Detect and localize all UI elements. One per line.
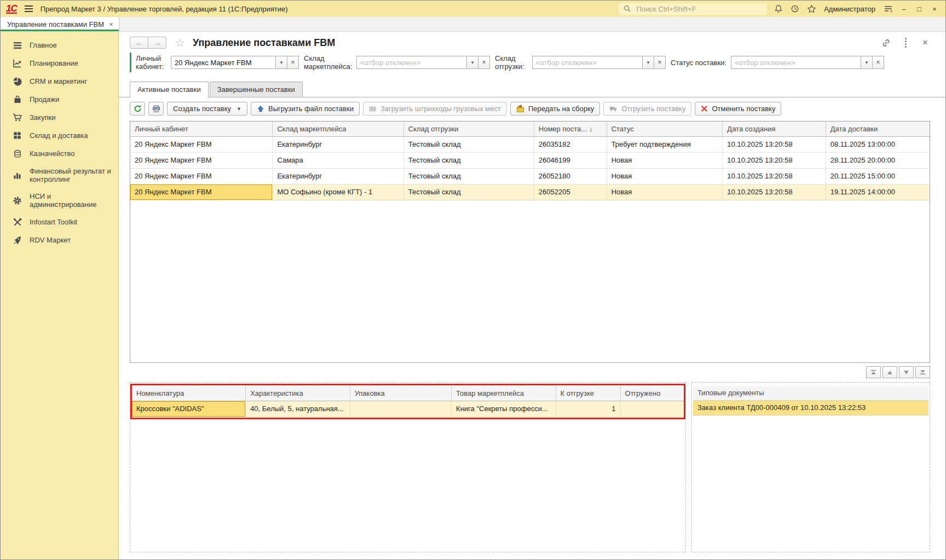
table-cell[interactable]: Екатеринбург: [273, 168, 403, 184]
table-cell[interactable]: 20 Яндекс Маркет FBM: [130, 152, 273, 168]
table-cell[interactable]: Тестовый склад: [403, 184, 534, 200]
table-cell[interactable]: Кроссовки "ADIDAS": [132, 401, 246, 417]
column-header[interactable]: Дата создания: [723, 122, 826, 136]
tab-completed-supplies[interactable]: Завершенные поставки: [210, 82, 303, 97]
tab-active-supplies[interactable]: Активные поставки: [130, 82, 209, 97]
1c-logo[interactable]: 1С: [6, 4, 17, 14]
table-cell[interactable]: Новая: [607, 168, 723, 184]
column-header[interactable]: Номер поста...↓: [534, 122, 607, 136]
sidebar-item-treasury[interactable]: Казначейство: [1, 145, 118, 163]
sidebar-item-planning[interactable]: Планирование: [1, 54, 118, 72]
create-supply-button[interactable]: Создать поставку▼: [167, 102, 247, 116]
column-header[interactable]: Личный кабинет: [130, 122, 273, 136]
table-cell[interactable]: 20 Яндекс Маркет FBM: [130, 184, 273, 200]
print-button[interactable]: [148, 102, 164, 116]
column-header[interactable]: Характеристика: [246, 386, 350, 401]
sidebar-item-rdv-market[interactable]: RDV Маркет: [1, 231, 118, 249]
dropdown-icon[interactable]: ▾: [275, 56, 287, 69]
table-cell[interactable]: 10.10.2025 13:20:58: [723, 184, 826, 200]
table-cell[interactable]: 10.10.2025 13:20:58: [723, 152, 826, 168]
table-cell[interactable]: [620, 401, 684, 417]
sidebar-item-sales[interactable]: Продажи: [1, 90, 118, 108]
cancel-supply-button[interactable]: Отменить поставку: [695, 102, 781, 116]
dropdown-icon[interactable]: ▾: [466, 56, 478, 69]
table-row[interactable]: 20 Яндекс Маркет FBMСамараТестовый склад…: [130, 152, 930, 168]
table-cell[interactable]: Тестовый склад: [403, 168, 534, 184]
table-cell[interactable]: 1: [556, 401, 620, 417]
column-header[interactable]: Товар маркетплейса: [452, 386, 556, 401]
column-header[interactable]: Номенклатура: [132, 386, 246, 401]
table-cell[interactable]: 10.10.2025 13:20:58: [723, 136, 826, 152]
personal-cabinet-input[interactable]: [171, 56, 276, 69]
column-header[interactable]: К отгрузке: [556, 386, 620, 401]
column-header[interactable]: Дата доставки: [826, 122, 930, 136]
dropdown-icon[interactable]: ▾: [861, 56, 873, 69]
main-menu-icon[interactable]: [24, 3, 34, 14]
more-icon[interactable]: [901, 38, 910, 48]
table-cell[interactable]: Книга "Секреты професси...: [452, 401, 556, 417]
marketplace-warehouse-input[interactable]: [356, 56, 467, 69]
table-cell[interactable]: 10.10.2025 13:20:58: [723, 168, 826, 184]
search-input[interactable]: [636, 4, 764, 14]
tab-fbm-supply-management[interactable]: Управление поставками FBM ×: [1, 17, 119, 31]
table-cell[interactable]: Самара: [273, 152, 403, 168]
favorite-star-icon[interactable]: ☆: [175, 37, 185, 48]
table-cell[interactable]: Тестовый склад: [403, 152, 534, 168]
table-cell[interactable]: Новая: [607, 152, 723, 168]
column-header[interactable]: Склад маркетплейса: [273, 122, 403, 136]
table-cell[interactable]: 08.11.2025 13:00:00: [826, 136, 930, 152]
row-down-button[interactable]: [899, 366, 914, 378]
table-cell[interactable]: 20 Яндекс Маркет FBM: [130, 168, 273, 184]
current-user[interactable]: Администратор: [824, 5, 875, 13]
clear-icon[interactable]: ×: [287, 56, 299, 69]
sidebar-item-main[interactable]: Главное: [1, 36, 118, 54]
notifications-bell-icon[interactable]: [774, 4, 783, 14]
table-cell[interactable]: 26046199: [534, 152, 607, 168]
close-window-button[interactable]: ×: [930, 5, 939, 13]
table-cell[interactable]: 20 Яндекс Маркет FBM: [130, 136, 273, 152]
sidebar-item-crm-marketing[interactable]: CRM и маркетинг: [1, 72, 118, 90]
table-row[interactable]: 20 Яндекс Маркет FBMМО Софьино (кроме КГ…: [130, 184, 930, 200]
close-form-icon[interactable]: ×: [920, 38, 930, 48]
link-icon[interactable]: [881, 38, 891, 48]
sidebar-item-infostart-toolkit[interactable]: Infostart Toolkit: [1, 213, 118, 231]
clear-icon[interactable]: ×: [478, 56, 490, 69]
sidebar-item-nsi-administration[interactable]: НСИ и администрирование: [1, 188, 118, 213]
table-cell[interactable]: 28.11.2025 20:00:00: [826, 152, 930, 168]
send-to-assembly-button[interactable]: Передать на сборку: [510, 102, 600, 116]
refresh-button[interactable]: [130, 102, 145, 116]
global-search[interactable]: [619, 3, 767, 15]
settings-menu-icon[interactable]: [883, 4, 893, 14]
minimize-button[interactable]: –: [899, 5, 908, 13]
export-supply-file-button[interactable]: Выгрузить файл поставки: [251, 102, 360, 116]
column-header[interactable]: Отгружено: [620, 386, 684, 401]
table-row[interactable]: 20 Яндекс Маркет FBMЕкатеринбургТестовый…: [130, 168, 930, 184]
clear-icon[interactable]: ×: [654, 56, 666, 69]
clear-icon[interactable]: ×: [872, 56, 884, 69]
supply-status-input[interactable]: [731, 56, 861, 69]
forward-button[interactable]: →: [148, 37, 166, 49]
row-up-button[interactable]: [882, 366, 897, 378]
ship-supply-button[interactable]: Отгрузить поставку: [603, 102, 691, 116]
go-last-row-button[interactable]: [915, 366, 930, 378]
favorites-star-icon[interactable]: [806, 4, 816, 14]
table-cell[interactable]: 26052180: [534, 168, 607, 184]
load-barcodes-button[interactable]: Загрузить штрихкоды грузовых мест: [363, 102, 507, 116]
table-cell[interactable]: 26052205: [534, 184, 607, 200]
table-cell[interactable]: [350, 401, 451, 417]
table-row[interactable]: Кроссовки "ADIDAS"40, Белый, 5, натураль…: [132, 401, 684, 417]
table-cell[interactable]: 26035182: [534, 136, 607, 152]
maximize-button[interactable]: □: [915, 5, 924, 13]
table-cell[interactable]: Требует подтверждения: [607, 136, 723, 152]
shipping-warehouse-input[interactable]: [532, 56, 643, 69]
table-cell[interactable]: 19.11.2025 14:00:00: [826, 184, 930, 200]
back-button[interactable]: ←: [130, 37, 148, 49]
sidebar-item-warehouse-delivery[interactable]: Склад и доставка: [1, 126, 118, 145]
sidebar-item-purchases[interactable]: Закупки: [1, 108, 118, 126]
column-header[interactable]: Упаковка: [350, 386, 451, 401]
column-header[interactable]: Склад отгрузки: [403, 122, 534, 136]
table-cell[interactable]: Тестовый склад: [403, 136, 534, 152]
history-icon[interactable]: [790, 4, 800, 14]
table-cell[interactable]: 40, Белый, 5, натуральная...: [246, 401, 350, 417]
table-cell[interactable]: Новая: [607, 184, 723, 200]
